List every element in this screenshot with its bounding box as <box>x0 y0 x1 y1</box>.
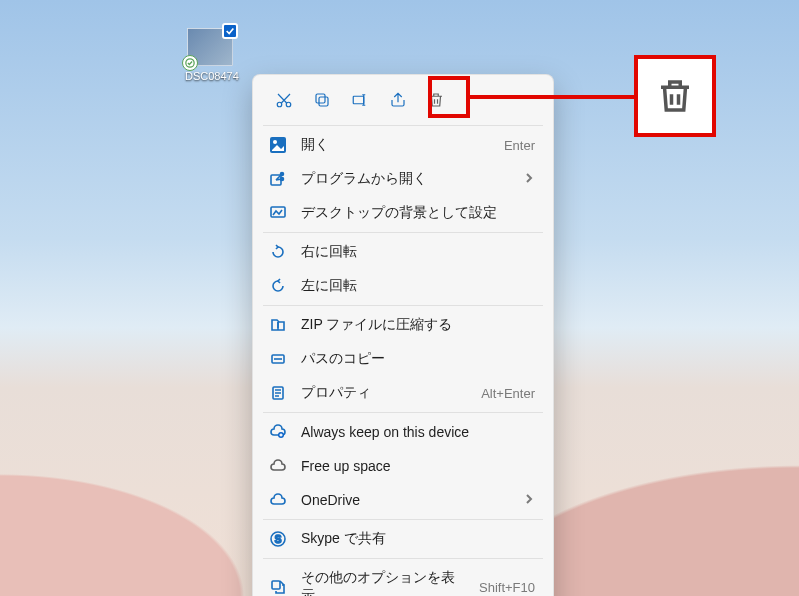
menu-open-with[interactable]: プログラムから開く <box>259 162 547 196</box>
rename-button[interactable] <box>343 85 377 115</box>
trash-icon <box>654 75 696 117</box>
svg-rect-4 <box>316 94 325 103</box>
menu-label: ZIP ファイルに圧縮する <box>301 316 535 334</box>
copy-button[interactable] <box>305 85 339 115</box>
svg-rect-3 <box>319 97 328 106</box>
menu-label: 右に回転 <box>301 243 535 261</box>
menu-more-options[interactable]: その他のオプションを表示 Shift+F10 <box>259 561 547 596</box>
open-with-icon <box>269 170 287 188</box>
menu-open[interactable]: 開く Enter <box>259 128 547 162</box>
zip-icon <box>269 316 287 334</box>
checkmark-badge-icon <box>222 23 238 39</box>
menu-zip[interactable]: ZIP ファイルに圧縮する <box>259 308 547 342</box>
menu-rotate-left[interactable]: 左に回転 <box>259 269 547 303</box>
chevron-right-icon <box>523 171 535 187</box>
menu-label: 左に回転 <box>301 277 535 295</box>
desktop-file-icon[interactable]: DSC08474 <box>185 28 235 82</box>
menu-label: Free up space <box>301 458 535 474</box>
menu-label: デスクトップの背景として設定 <box>301 204 535 222</box>
delete-button[interactable] <box>419 85 453 115</box>
sync-status-icon <box>182 55 198 71</box>
annotation-highlight-large <box>634 55 716 137</box>
svg-point-2 <box>286 102 291 107</box>
svg-point-1 <box>277 102 282 107</box>
file-name-label: DSC08474 <box>185 70 235 82</box>
menu-label: プログラムから開く <box>301 170 509 188</box>
menu-separator <box>263 519 543 520</box>
chevron-right-icon <box>523 492 535 508</box>
context-toolbar <box>259 81 547 123</box>
cut-button[interactable] <box>267 85 301 115</box>
background-icon <box>269 204 287 222</box>
picture-icon <box>269 136 287 154</box>
menu-shortcut: Alt+Enter <box>481 386 535 401</box>
menu-separator <box>263 305 543 306</box>
menu-set-background[interactable]: デスクトップの背景として設定 <box>259 196 547 230</box>
menu-shortcut: Shift+F10 <box>479 580 535 595</box>
properties-icon <box>269 384 287 402</box>
menu-separator <box>263 412 543 413</box>
annotation-connector-line <box>470 95 634 99</box>
menu-onedrive[interactable]: OneDrive <box>259 483 547 517</box>
context-menu: 開く Enter プログラムから開く デスクトップの背景として設定 右に回転 左… <box>252 74 554 596</box>
menu-separator <box>263 232 543 233</box>
svg-rect-5 <box>353 96 364 104</box>
menu-shortcut: Enter <box>504 138 535 153</box>
cloud-keep-icon <box>269 423 287 441</box>
file-thumbnail <box>187 28 233 66</box>
svg-text:S: S <box>275 534 282 545</box>
skype-icon: S <box>269 530 287 548</box>
menu-label: OneDrive <box>301 492 509 508</box>
menu-separator <box>263 558 543 559</box>
menu-label: Skype で共有 <box>301 530 535 548</box>
onedrive-icon <box>269 491 287 509</box>
menu-separator <box>263 125 543 126</box>
menu-always-keep[interactable]: Always keep on this device <box>259 415 547 449</box>
menu-free-up[interactable]: Free up space <box>259 449 547 483</box>
menu-label: 開く <box>301 136 490 154</box>
menu-properties[interactable]: プロパティ Alt+Enter <box>259 376 547 410</box>
more-options-icon <box>269 578 287 596</box>
menu-label: プロパティ <box>301 384 467 402</box>
menu-label: その他のオプションを表示 <box>301 569 465 596</box>
cloud-icon <box>269 457 287 475</box>
menu-label: Always keep on this device <box>301 424 535 440</box>
copy-path-icon <box>269 350 287 368</box>
menu-copy-path[interactable]: パスのコピー <box>259 342 547 376</box>
menu-rotate-right[interactable]: 右に回転 <box>259 235 547 269</box>
rotate-left-icon <box>269 277 287 295</box>
rotate-right-icon <box>269 243 287 261</box>
svg-rect-17 <box>272 581 280 589</box>
svg-point-7 <box>273 140 277 144</box>
menu-skype-share[interactable]: S Skype で共有 <box>259 522 547 556</box>
share-button[interactable] <box>381 85 415 115</box>
menu-label: パスのコピー <box>301 350 535 368</box>
